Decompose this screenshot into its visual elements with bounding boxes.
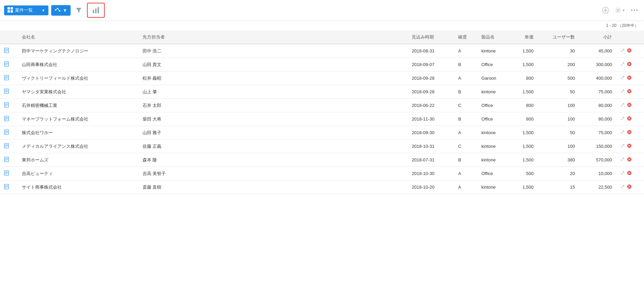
row-product: Garoon — [477, 72, 510, 85]
row-subtotal: 150,000 — [579, 140, 616, 153]
edit-button[interactable] — [620, 116, 625, 122]
svg-marker-9 — [76, 8, 82, 13]
document-icon — [4, 171, 9, 177]
delete-button[interactable] — [627, 130, 632, 136]
table-row: 石井精密機械工業 石井 太郎 2018-06-22 C Office 800 1… — [0, 99, 644, 112]
row-actions — [616, 85, 644, 99]
more-button[interactable]: ••• — [629, 6, 640, 15]
row-grade: A — [454, 167, 477, 180]
row-product: kintone — [477, 44, 510, 58]
row-contact: 山田 雅子 — [138, 126, 408, 140]
row-grade: A — [454, 44, 477, 58]
row-users: 100 — [538, 140, 579, 153]
settings-chevron: ▼ — [622, 9, 625, 12]
row-product: Office — [477, 112, 510, 126]
row-price: 1,500 — [510, 153, 538, 167]
row-company: マネープラットフォーム株式会社 — [18, 112, 138, 126]
edit-button[interactable] — [620, 130, 625, 136]
table-row: マネープラットフォーム株式会社 柴田 大将 2018-11-30 B Offic… — [0, 112, 644, 126]
row-price: 800 — [510, 112, 538, 126]
col-product-header: 製品名 — [477, 31, 510, 44]
svg-point-4 — [55, 9, 56, 11]
edit-button[interactable] — [620, 89, 625, 95]
view-selector[interactable]: 案件一覧 ▼ — [4, 5, 48, 15]
document-icon — [4, 103, 9, 109]
row-price: 800 — [510, 72, 538, 85]
edit-button[interactable] — [620, 143, 625, 149]
svg-rect-11 — [95, 9, 97, 13]
row-price: 1,500 — [510, 85, 538, 99]
delete-button[interactable] — [627, 171, 632, 176]
row-icon — [0, 153, 18, 167]
edit-button[interactable] — [620, 102, 625, 108]
document-icon — [4, 130, 9, 136]
document-icon — [4, 62, 9, 68]
svg-line-8 — [58, 9, 59, 11]
delete-button[interactable] — [627, 143, 632, 149]
filter-button[interactable] — [73, 5, 84, 16]
row-grade: A — [454, 180, 477, 194]
delete-button[interactable] — [627, 62, 632, 67]
row-users: 380 — [538, 153, 579, 167]
edit-button[interactable] — [620, 171, 625, 176]
row-subtotal: 400,000 — [579, 72, 616, 85]
col-icon-header — [0, 31, 18, 44]
col-company-header: 会社名 — [18, 31, 138, 44]
svg-rect-10 — [93, 10, 94, 13]
row-contact: 柴田 大将 — [138, 112, 408, 126]
row-subtotal: 300,000 — [579, 58, 616, 72]
document-icon — [4, 90, 9, 95]
delete-button[interactable] — [627, 157, 632, 163]
document-icon — [4, 158, 9, 163]
settings-button[interactable]: ▼ — [614, 6, 627, 15]
row-icon — [0, 112, 18, 126]
col-price-header: 単価 — [510, 31, 538, 44]
row-actions — [616, 112, 644, 126]
row-date: 2018-11-30 — [408, 112, 454, 126]
edit-button[interactable] — [620, 48, 625, 54]
row-product: Office — [477, 58, 510, 72]
row-product: kintone — [477, 140, 510, 153]
row-icon — [0, 126, 18, 140]
row-product: kintone — [477, 85, 510, 99]
row-contact: 吉高 美智子 — [138, 167, 408, 180]
row-icon — [0, 140, 18, 153]
delete-button[interactable] — [627, 184, 632, 190]
row-contact: 松井 義昭 — [138, 72, 408, 85]
delete-button[interactable] — [627, 48, 632, 54]
row-grade: B — [454, 112, 477, 126]
toolbar: 案件一覧 ▼ ▼ — [0, 0, 644, 21]
row-subtotal: 75,000 — [579, 126, 616, 140]
edit-button[interactable] — [620, 184, 625, 190]
row-price: 1,500 — [510, 180, 538, 194]
records-table: 会社名 先方担当者 見込み時期 確度 製品名 単価 ユーザー数 小計 田中マーケ… — [0, 31, 644, 194]
graph-button[interactable]: ▼ — [51, 5, 71, 16]
row-date: 2018-09-28 — [408, 72, 454, 85]
row-icon — [0, 99, 18, 112]
col-users-header: ユーザー数 — [538, 31, 579, 44]
row-icon — [0, 44, 18, 58]
row-actions — [616, 140, 644, 153]
delete-button[interactable] — [627, 102, 632, 108]
svg-point-16 — [617, 9, 619, 11]
delete-button[interactable] — [627, 75, 632, 81]
row-grade: B — [454, 153, 477, 167]
delete-button[interactable] — [627, 89, 632, 95]
edit-button[interactable] — [620, 157, 625, 163]
row-subtotal: 45,000 — [579, 44, 616, 58]
row-product: Office — [477, 167, 510, 180]
edit-button[interactable] — [620, 62, 625, 67]
delete-button[interactable] — [627, 116, 632, 122]
chevron-down-icon: ▼ — [42, 9, 45, 12]
row-price: 1,500 — [510, 140, 538, 153]
add-button[interactable] — [600, 5, 611, 16]
document-icon — [4, 49, 9, 54]
chart-button[interactable] — [87, 3, 105, 18]
row-icon — [0, 72, 18, 85]
row-company: 田中マーケティングテクノロジー — [18, 44, 138, 58]
row-contact: 森本 隆 — [138, 153, 408, 167]
table-row: 株式会社ワホー 山田 雅子 2018-09-30 A kintone 1,500… — [0, 126, 644, 140]
row-product: kintone — [477, 180, 510, 194]
row-users: 20 — [538, 167, 579, 180]
edit-button[interactable] — [620, 75, 625, 81]
